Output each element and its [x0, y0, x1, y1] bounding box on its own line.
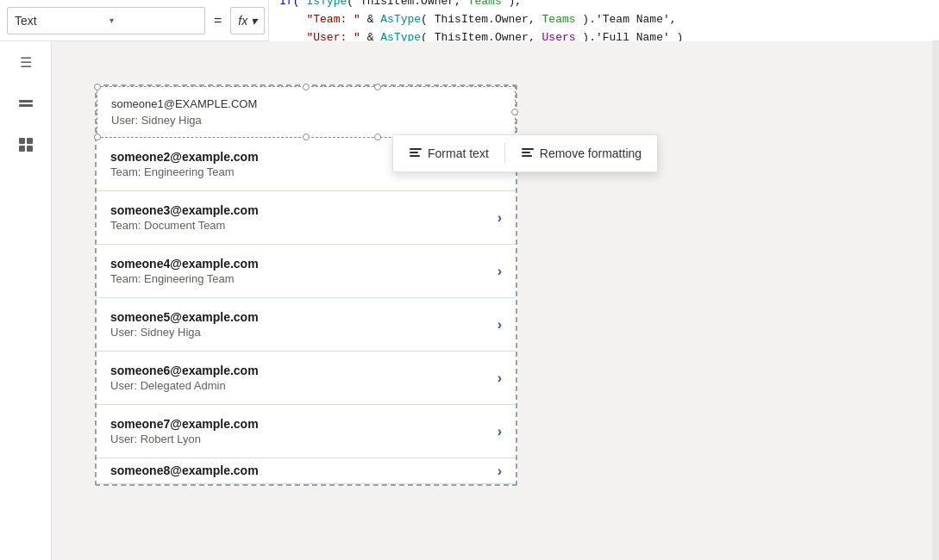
equals-sign: = [209, 13, 227, 28]
list-item[interactable]: someone5@example.comUser: Sidney Higa› [97, 298, 516, 352]
handle-bottom-mid[interactable] [303, 134, 310, 140]
list-item[interactable]: someone4@example.comTeam: Engineering Te… [97, 245, 516, 298]
remove-formatting-label: Remove formatting [540, 146, 642, 160]
list-item-subtitle: Team: Engineering Team [110, 272, 498, 285]
toolbar: Text ▾ = fx ▾ If( IsType( ThisItem.Owner… [0, 0, 939, 41]
list-item[interactable]: someone6@example.comUser: Delegated Admi… [97, 352, 516, 405]
svg-rect-10 [522, 152, 530, 153]
remove-formatting-icon [521, 146, 535, 162]
svg-rect-9 [522, 148, 534, 150]
svg-rect-2 [19, 138, 25, 144]
list-item-subtitle: User: Delegated Admin [110, 379, 498, 392]
remove-formatting-button[interactable]: Remove formatting [512, 140, 650, 167]
handle-right-mid[interactable] [511, 109, 518, 115]
list-item-subtitle: User: Sidney Higa [110, 326, 498, 339]
list-item-content: someone6@example.comUser: Delegated Admi… [110, 364, 498, 392]
list-item-content: someone4@example.comTeam: Engineering Te… [110, 257, 498, 285]
handle-top-mid[interactable] [303, 84, 310, 90]
format-text-label: Format text [428, 146, 489, 160]
canvas-area: Format text Remove formatting someone1@E… [52, 41, 939, 560]
svg-rect-8 [410, 155, 420, 157]
layers-icon[interactable] [14, 91, 38, 115]
format-text-icon [409, 146, 423, 162]
list-item-content: someone8@example.com [110, 464, 498, 479]
field-type-label: Text [15, 14, 103, 28]
formula-line-1: If( IsType( ThisItem.Owner, Teams ), [279, 0, 922, 11]
scrollbar[interactable] [932, 41, 939, 560]
fx-chevron-icon: ▾ [251, 14, 257, 28]
list-item-content: someone7@example.comUser: Robert Lyon [110, 417, 498, 445]
handle-bottom-left[interactable] [94, 134, 101, 140]
grid-icon[interactable] [14, 133, 38, 157]
list-item-selected[interactable]: someone1@EXAMPLE.COM User: Sidney Higa [97, 86, 516, 138]
main-area: ☰ [0, 41, 939, 560]
formula-line-2: "Team: " & AsType( ThisItem.Owner, Teams… [279, 11, 922, 29]
svg-rect-0 [19, 100, 33, 103]
list-item-content: someone5@example.comUser: Sidney Higa [110, 310, 498, 339]
sidebar: ☰ [0, 41, 52, 560]
first-item-email: someone1@EXAMPLE.COM [97, 87, 515, 114]
list-item-email: someone8@example.com [110, 464, 498, 477]
format-text-button[interactable]: Format text [400, 140, 498, 167]
list-item-chevron-icon: › [498, 370, 502, 386]
svg-rect-7 [410, 152, 418, 153]
list-item-email: someone3@example.com [110, 203, 498, 217]
svg-rect-5 [27, 146, 33, 152]
format-text-popup: Format text Remove formatting [392, 134, 658, 172]
list-item-content: someone3@example.comTeam: Document Team [110, 203, 498, 232]
list-item-email: someone7@example.com [110, 417, 498, 431]
list-item[interactable]: someone7@example.comUser: Robert Lyon› [97, 405, 516, 458]
menu-icon[interactable]: ☰ [14, 50, 38, 74]
list-item[interactable]: someone3@example.comTeam: Document Team› [97, 191, 516, 245]
svg-rect-1 [19, 104, 33, 107]
list-items-container: someone2@example.comTeam: Engineering Te… [97, 138, 516, 484]
list-item-subtitle: User: Robert Lyon [110, 432, 498, 445]
list-item-chevron-icon: › [498, 424, 502, 439]
format-popup-divider [504, 143, 505, 164]
handle-top-right[interactable] [374, 84, 381, 90]
svg-rect-11 [522, 155, 532, 157]
dropdown-chevron-icon: ▾ [110, 16, 197, 25]
list-item-email: someone6@example.com [110, 364, 498, 377]
field-type-dropdown[interactable]: Text ▾ [7, 7, 205, 34]
svg-rect-4 [19, 146, 25, 152]
svg-rect-6 [410, 148, 422, 150]
list-item-chevron-icon: › [498, 464, 502, 479]
list-item-email: someone5@example.com [110, 310, 498, 324]
list-item-email: someone4@example.com [110, 257, 498, 271]
handle-top-left[interactable] [94, 84, 101, 90]
handle-bottom-right[interactable] [374, 134, 381, 140]
list-item[interactable]: someone8@example.com› [97, 458, 516, 484]
svg-rect-3 [27, 138, 33, 144]
list-item-subtitle: Team: Document Team [110, 219, 498, 232]
list-item-chevron-icon: › [498, 210, 502, 226]
fx-button[interactable]: fx ▾ [230, 7, 265, 34]
list-item-chevron-icon: › [498, 317, 502, 333]
fx-label: fx [238, 14, 247, 28]
list-item-chevron-icon: › [498, 264, 502, 279]
